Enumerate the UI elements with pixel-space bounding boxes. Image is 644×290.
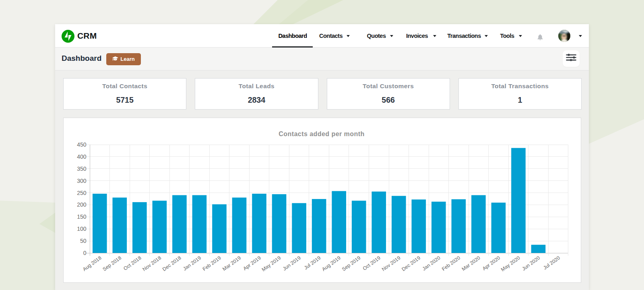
svg-text:Mar 2020: Mar 2020: [461, 255, 481, 272]
svg-text:300: 300: [77, 178, 87, 184]
svg-text:Dec 2018: Dec 2018: [161, 255, 182, 272]
svg-text:200: 200: [77, 201, 87, 208]
svg-text:Jan 2019: Jan 2019: [182, 255, 202, 272]
svg-text:Mar 2019: Mar 2019: [221, 255, 242, 272]
svg-text:350: 350: [77, 166, 87, 172]
svg-text:Jun 2020: Jun 2020: [521, 255, 541, 272]
svg-text:Apr 2020: Apr 2020: [481, 255, 501, 271]
svg-text:Oct 2019: Oct 2019: [362, 255, 382, 271]
svg-text:Nov 2019: Nov 2019: [381, 255, 402, 272]
svg-text:Sep 2018: Sep 2018: [102, 255, 123, 272]
svg-text:0: 0: [83, 250, 87, 256]
svg-text:May 2020: May 2020: [500, 255, 521, 273]
svg-text:Dec 2019: Dec 2019: [401, 255, 422, 272]
svg-text:400: 400: [77, 153, 87, 160]
svg-text:Jul 2019: Jul 2019: [303, 255, 322, 271]
svg-text:Jan 2020: Jan 2020: [421, 255, 442, 272]
svg-text:Contacts added per month: Contacts added per month: [279, 130, 364, 137]
svg-text:Feb 2019: Feb 2019: [202, 255, 222, 272]
svg-text:Jul 2020: Jul 2020: [542, 255, 561, 271]
svg-text:Sep 2019: Sep 2019: [341, 255, 362, 272]
svg-text:Apr 2019: Apr 2019: [242, 255, 262, 271]
svg-text:Oct 2018: Oct 2018: [122, 255, 142, 271]
svg-text:Nov 2018: Nov 2018: [142, 255, 163, 272]
svg-text:50: 50: [80, 238, 87, 244]
svg-text:Feb 2020: Feb 2020: [441, 255, 461, 272]
svg-text:Jun 2019: Jun 2019: [282, 255, 302, 272]
svg-text:May 2019: May 2019: [261, 255, 282, 273]
svg-text:Aug 2019: Aug 2019: [321, 255, 342, 272]
svg-text:150: 150: [77, 213, 87, 220]
svg-text:Aug 2018: Aug 2018: [82, 255, 103, 272]
svg-text:250: 250: [77, 190, 87, 196]
svg-text:100: 100: [77, 226, 87, 232]
svg-text:450: 450: [77, 141, 87, 148]
